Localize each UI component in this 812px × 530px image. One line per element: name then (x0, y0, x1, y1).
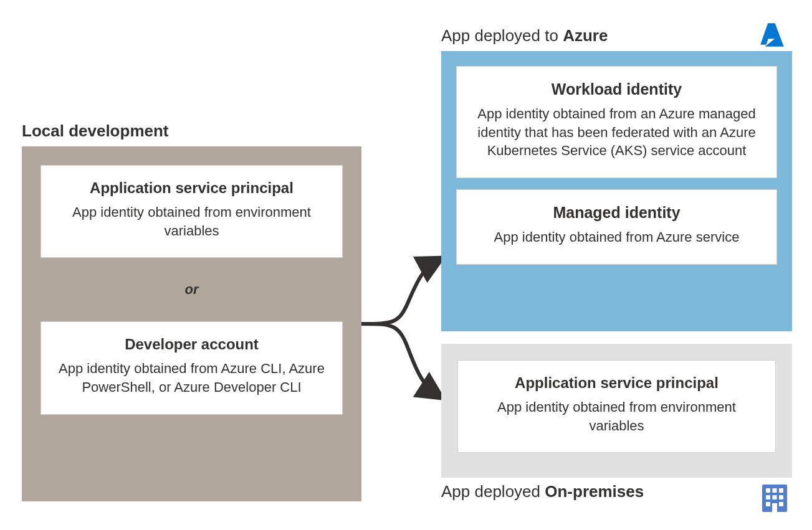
diagram-stage: Local development Application service pr… (0, 0, 812, 530)
card-title: Developer account (56, 336, 327, 353)
azure-container: Workload identity App identity obtained … (441, 51, 792, 331)
onprem-title-pre: App deployed (441, 482, 545, 501)
svg-rect-9 (772, 503, 777, 512)
card-title: Application service principal (56, 179, 327, 197)
card-service-principal-local: Application service principal App identi… (41, 165, 343, 258)
card-managed-identity: Managed identity App identity obtained f… (456, 189, 777, 265)
card-desc: App identity obtained from environment v… (56, 203, 327, 240)
card-desc: App identity obtained from Azure CLI, Az… (56, 359, 327, 396)
svg-rect-2 (773, 488, 777, 493)
azure-title-bold: Azure (563, 26, 608, 45)
svg-rect-1 (766, 488, 770, 493)
onprem-title-bold: On-premises (545, 482, 644, 501)
svg-rect-6 (779, 495, 783, 499)
svg-rect-5 (773, 495, 777, 499)
card-title: Application service principal (473, 374, 760, 392)
card-desc: App identity obtained from an Azure mana… (472, 105, 762, 160)
svg-rect-3 (779, 488, 783, 493)
onprem-title: App deployed On-premises (441, 482, 644, 501)
card-service-principal-onprem: Application service principal App identi… (457, 360, 776, 453)
azure-logo-icon (757, 19, 788, 50)
card-title: Managed identity (472, 204, 762, 222)
svg-rect-4 (766, 495, 770, 499)
card-developer-account: Developer account App identity obtained … (41, 321, 343, 414)
azure-title-pre: App deployed to (441, 26, 563, 45)
svg-rect-8 (779, 502, 783, 506)
card-workload-identity: Workload identity App identity obtained … (456, 66, 777, 178)
card-desc: App identity obtained from environment v… (473, 398, 760, 435)
card-title: Workload identity (472, 80, 762, 98)
or-separator: or (41, 282, 343, 298)
local-dev-title: Local development (22, 121, 169, 141)
card-desc: App identity obtained from Azure service (472, 228, 762, 247)
building-icon (761, 483, 788, 513)
azure-title: App deployed to Azure (441, 26, 608, 45)
svg-rect-7 (766, 502, 770, 506)
onprem-container: Application service principal App identi… (441, 344, 792, 478)
branch-arrows (361, 243, 449, 417)
local-dev-container: Application service principal App identi… (22, 146, 361, 501)
